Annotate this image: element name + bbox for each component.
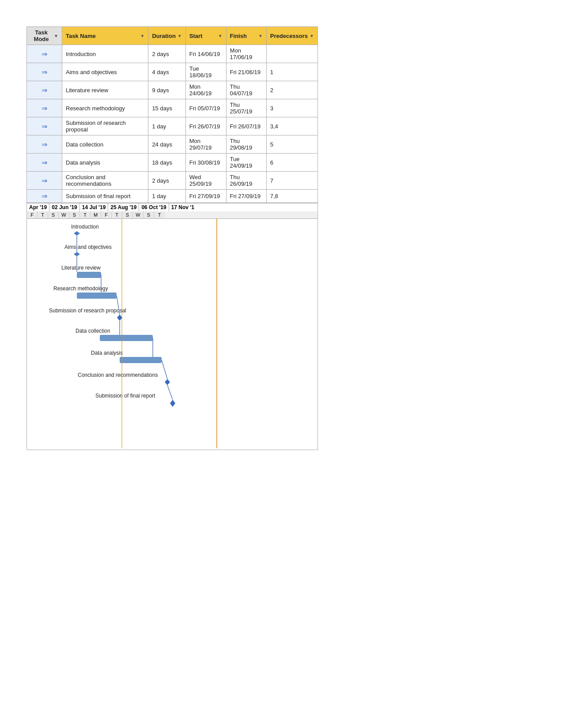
task-start-cell: Fri 27/09/19 bbox=[185, 190, 226, 203]
header-predecessors: Predecessors ▼ bbox=[266, 27, 317, 45]
task-duration-cell: 1 day bbox=[148, 117, 185, 135]
task-predecessors-cell: 6 bbox=[266, 154, 317, 172]
day-t1: T bbox=[38, 211, 48, 218]
task-mode-cell: ⇒ bbox=[27, 135, 62, 154]
task-duration-cell: 4 days bbox=[148, 63, 185, 81]
task-mode-icon: ⇒ bbox=[42, 176, 47, 185]
sort-arrow-predecessors[interactable]: ▼ bbox=[310, 34, 314, 38]
conclusion-milestone bbox=[165, 379, 170, 385]
day-s2: S bbox=[69, 211, 80, 218]
sort-arrow-mode[interactable]: ▼ bbox=[54, 34, 58, 38]
gantt-day-header: F T S W S T M F T S W S T bbox=[26, 211, 318, 219]
task-duration-cell: 24 days bbox=[148, 135, 185, 154]
task-finish-cell: Mon 17/06/19 bbox=[226, 45, 266, 63]
day-f2: F bbox=[101, 211, 112, 218]
task-finish-cell: Thu 29/08/19 bbox=[226, 135, 266, 154]
gantt-label-litreview: Literature review bbox=[61, 265, 101, 271]
task-duration-cell: 2 days bbox=[148, 45, 185, 63]
gantt-svg: Introduction Aims and objectives Literat… bbox=[27, 219, 318, 448]
datacollection-bar bbox=[100, 335, 153, 341]
day-t3: T bbox=[112, 211, 122, 218]
task-mode-icon: ⇒ bbox=[42, 140, 47, 149]
gantt-label-dataanalysis: Data analysis bbox=[91, 350, 123, 356]
gantt-table: Task Mode ▼ Task Name ▼ Duration ▼ bbox=[26, 26, 318, 203]
day-s3: S bbox=[122, 211, 133, 218]
table-row: ⇒Literature review9 daysMon 24/06/19Thu … bbox=[27, 81, 318, 99]
task-mode-icon: ⇒ bbox=[42, 68, 47, 76]
task-mode-icon: ⇒ bbox=[42, 50, 47, 58]
task-duration-cell: 15 days bbox=[148, 99, 185, 117]
task-duration-cell: 18 days bbox=[148, 154, 185, 172]
day-s4: S bbox=[144, 211, 154, 218]
sort-arrow-finish[interactable]: ▼ bbox=[258, 34, 263, 38]
task-name-cell: Literature review bbox=[62, 81, 148, 99]
task-name-cell: Introduction bbox=[62, 45, 148, 63]
task-start-cell: Tue 18/06/19 bbox=[185, 63, 226, 81]
header-start: Start ▼ bbox=[185, 27, 226, 45]
task-mode-cell: ⇒ bbox=[27, 190, 62, 203]
task-finish-cell: Thu 25/07/19 bbox=[226, 99, 266, 117]
header-finish: Finish ▼ bbox=[226, 27, 266, 45]
header-duration: Duration ▼ bbox=[148, 27, 185, 45]
day-t4: T bbox=[154, 211, 165, 218]
gantt-label-aims: Aims and objectives bbox=[64, 244, 112, 250]
sort-arrow-duration[interactable]: ▼ bbox=[178, 34, 182, 38]
day-m1: M bbox=[91, 211, 101, 218]
header-task-name: Task Name ▼ bbox=[62, 27, 148, 45]
task-mode-icon: ⇒ bbox=[42, 104, 47, 113]
task-start-cell: Mon 24/06/19 bbox=[185, 81, 226, 99]
methodology-bar bbox=[77, 293, 117, 299]
task-start-cell: Fri 14/06/19 bbox=[185, 45, 226, 63]
task-predecessors-cell: 1 bbox=[266, 63, 317, 81]
task-name-cell: Submission of final report bbox=[62, 190, 148, 203]
day-f1: F bbox=[27, 211, 38, 218]
sort-arrow-start[interactable]: ▼ bbox=[218, 34, 223, 38]
gantt-label-submission1: Submission of research proposal bbox=[49, 308, 126, 314]
task-finish-cell: Thu 04/07/19 bbox=[226, 81, 266, 99]
day-s1: S bbox=[48, 211, 59, 218]
month-nov: 17 Nov '1 bbox=[169, 203, 196, 211]
table-row: ⇒Introduction2 daysFri 14/06/19Mon 17/06… bbox=[27, 45, 318, 63]
task-mode-cell: ⇒ bbox=[27, 45, 62, 63]
table-row: ⇒Data analysis18 daysFri 30/08/19Tue 24/… bbox=[27, 154, 318, 172]
connector-7-8 bbox=[162, 360, 167, 379]
task-finish-cell: Tue 24/09/19 bbox=[226, 154, 266, 172]
task-duration-cell: 2 days bbox=[148, 172, 185, 190]
month-jul: 14 Jul '19 bbox=[80, 203, 109, 211]
table-row: ⇒Conclusion and recommendations2 daysWed… bbox=[27, 172, 318, 190]
task-predecessors-cell: 2 bbox=[266, 81, 317, 99]
task-start-cell: Fri 26/07/19 bbox=[185, 117, 226, 135]
task-name-cell: Data analysis bbox=[62, 154, 148, 172]
sort-arrow-name[interactable]: ▼ bbox=[140, 34, 144, 38]
task-mode-cell: ⇒ bbox=[27, 172, 62, 190]
month-jun: 02 Jun '19 bbox=[49, 203, 80, 211]
task-finish-cell: Fri 21/06/19 bbox=[226, 63, 266, 81]
task-finish-cell: Fri 27/09/19 bbox=[226, 190, 266, 203]
task-predecessors-cell bbox=[266, 45, 317, 63]
task-predecessors-cell: 5 bbox=[266, 135, 317, 154]
task-mode-cell: ⇒ bbox=[27, 99, 62, 117]
task-name-cell: Aims and objectives bbox=[62, 63, 148, 81]
task-mode-cell: ⇒ bbox=[27, 117, 62, 135]
task-mode-cell: ⇒ bbox=[27, 81, 62, 99]
connector-8-9 bbox=[167, 385, 173, 400]
task-predecessors-cell: 3,4 bbox=[266, 117, 317, 135]
task-start-cell: Fri 30/08/19 bbox=[185, 154, 226, 172]
task-mode-icon: ⇒ bbox=[42, 192, 47, 200]
task-name-cell: Conclusion and recommendations bbox=[62, 172, 148, 190]
gantt-label-conclusion: Conclusion and recommendations bbox=[78, 372, 158, 378]
task-name-cell: Research methodology bbox=[62, 99, 148, 117]
month-aug: 25 Aug '19 bbox=[108, 203, 139, 211]
task-mode-icon: ⇒ bbox=[42, 122, 47, 131]
task-predecessors-cell: 7 bbox=[266, 172, 317, 190]
task-mode-icon: ⇒ bbox=[42, 158, 47, 167]
day-w1: W bbox=[59, 211, 69, 218]
table-row: ⇒Research methodology15 daysFri 05/07/19… bbox=[27, 99, 318, 117]
month-apr: Apr '19 bbox=[27, 203, 49, 211]
task-finish-cell: Thu 26/09/19 bbox=[226, 172, 266, 190]
gantt-month-header: Apr '19 02 Jun '19 14 Jul '19 25 Aug '19… bbox=[26, 203, 318, 211]
task-mode-icon: ⇒ bbox=[42, 86, 47, 94]
intro-milestone-icon bbox=[74, 231, 80, 236]
gantt-label-datacollection: Data collection bbox=[76, 328, 110, 334]
gantt-label-finalreport: Submission of final report bbox=[95, 393, 155, 399]
